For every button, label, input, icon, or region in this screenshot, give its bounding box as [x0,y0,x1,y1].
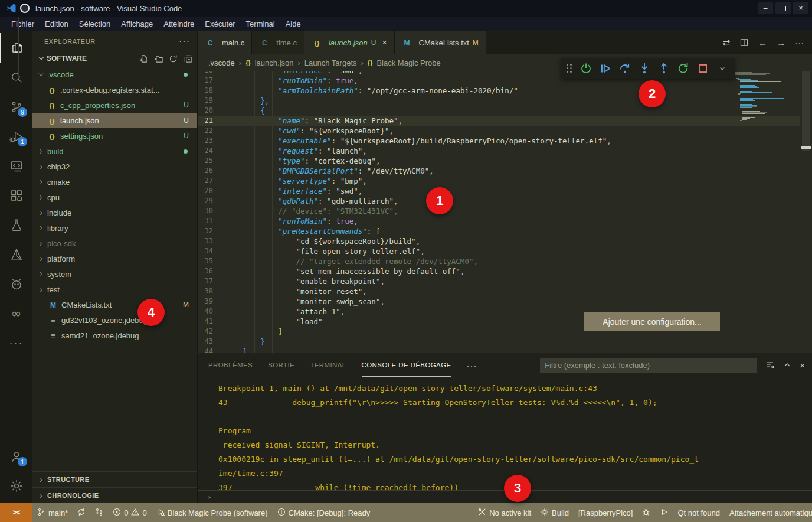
code-line-20[interactable]: 20 { [198,106,800,116]
code-line-44[interactable]: 44 ] [198,347,800,353]
activity-cmake[interactable] [0,240,32,269]
menu-aide[interactable]: Aide [280,19,306,28]
tree-item-chip32[interactable]: chip32 [32,159,197,174]
code-line-18[interactable]: 18 "armToolchainPath": "/opt/gcc-arm-non… [198,86,800,96]
open-changes-icon[interactable]: ⇄ [722,37,730,48]
remote-indicator[interactable]: >< [0,503,32,522]
activity-extensions[interactable] [0,181,32,210]
new-file-icon[interactable] [139,54,148,63]
status-item-branch[interactable]: main* [32,503,73,522]
code-line-24[interactable]: 24 "request": "launch", [198,146,800,156]
status-item-play[interactable] [655,503,673,522]
status-item-attachement-automatique[interactable]: Attachement automatique [725,503,812,522]
section-structure[interactable]: STRUCTURE [32,471,197,487]
go-forward-icon[interactable]: → [777,38,785,48]
status-item-bug[interactable] [637,503,655,522]
status-item-compare[interactable] [90,503,108,522]
code-line-38[interactable]: 38 "monitor reset", [198,286,800,296]
activity-search[interactable] [0,63,32,92]
add-configuration-button[interactable]: Ajouter une configuration... [584,312,720,331]
code-line-29[interactable]: 29 "gdbPath": "gdb-multiarch", [198,196,800,206]
status-item-gear[interactable]: Build [536,503,574,522]
tree-item-cmakelists-txt[interactable]: MCMakeLists.txtM [32,297,197,312]
maximize-button[interactable] [775,2,791,14]
code-line-32[interactable]: 32 "preRestartCommands": [ [198,226,800,236]
menu-fichier[interactable]: Fichier [6,19,40,28]
code-line-34[interactable]: 34 "file open-story-teller.elf", [198,246,800,256]
status-item-raspberrypico[interactable]: [RaspberryPico] [574,503,637,522]
step-out-button[interactable] [656,61,672,76]
breadcrumb-item[interactable]: launch.json [255,58,294,67]
code-line-31[interactable]: 31 "runToMain": true, [198,216,800,226]
activity-settings[interactable] [0,471,32,501]
tab-cmakelists-txt[interactable]: MCMakeLists.txtM [395,31,486,54]
tab-main-c[interactable]: Cmain.c [198,31,252,54]
menu-affichage[interactable]: Affichage [116,19,158,28]
section-chronologie[interactable]: CHRONOLOGIE [32,487,197,503]
debug-session-dropdown-icon[interactable] [715,61,730,76]
menu-terminal[interactable]: Terminal [241,19,280,28]
code-line-28[interactable]: 28 "interface": "swd", [198,186,800,196]
code-line-43[interactable]: 43 } [198,337,800,347]
status-item-problems[interactable]: 00 [108,503,151,522]
activity-source-control[interactable]: 9 [0,92,32,122]
more-actions-icon[interactable]: ··· [179,36,190,47]
tree-item-include[interactable]: include [32,205,197,220]
close-button[interactable]: × [793,2,808,14]
workspace-section-header[interactable]: SOFTWARE [32,51,197,66]
tree-item-platform[interactable]: platform [32,251,197,266]
status-item-tools[interactable]: No active kit [473,503,536,522]
tree-item-cmake[interactable]: cmake [32,174,197,190]
code-line-23[interactable]: 23 "executable": "${workspaceRoot}/build… [198,136,800,146]
panel-tab-sortie[interactable]: SORTIE [268,353,294,377]
go-back-icon[interactable]: ← [758,38,767,48]
stop-button[interactable] [695,61,711,76]
drag-handle[interactable] [566,64,573,73]
activity-run-debug[interactable]: 1 [0,122,32,151]
tree-item-settings-json[interactable]: {}settings.jsonU [32,128,197,143]
tree-item-cortex-debug-registers-stat[interactable]: {}.cortex-debug.registers.stat... [32,82,197,97]
more-actions-icon[interactable]: ··· [795,38,804,48]
status-item-qt-not-found[interactable]: Qt not found [673,503,725,522]
tree-item-test[interactable]: test [32,282,197,297]
tree-item-library[interactable]: library [32,220,197,236]
panel-tab-console-de-d-bogage[interactable]: CONSOLE DE DÉBOGAGE [362,353,451,377]
scrollbar-thumb[interactable] [802,71,810,151]
code-line-22[interactable]: 22 "cwd": "${workspaceRoot}", [198,126,800,136]
step-over-button[interactable] [617,61,633,76]
code-line-39[interactable]: 39 "monitor swdp_scan", [198,296,800,306]
continue-button[interactable] [598,61,613,76]
tree-item-cpu[interactable]: cpu [32,190,197,205]
tree-item-pico-sdk[interactable]: pico-sdk [32,236,197,251]
clear-console-icon[interactable] [765,360,775,370]
code-line-35[interactable]: 35 // "target extended-remote /dev/ttyAC… [198,256,800,266]
activity-explorer[interactable] [0,33,32,63]
tab-launch-json[interactable]: {}launch.jsonU× [304,31,395,54]
breadcrumb-item[interactable]: Launch Targets [304,58,357,67]
menu-atteindre[interactable]: Atteindre [158,19,199,28]
restart-button[interactable] [676,61,691,76]
split-editor-icon[interactable] [739,38,749,47]
minimize-button[interactable]: – [758,2,773,14]
vertical-scrollbar[interactable] [800,71,812,353]
tree-item-vscode[interactable]: .vscode [32,67,197,82]
tree-item-launch-json[interactable]: {}launch.jsonU [32,113,197,128]
activity-more[interactable]: ··· [0,328,32,358]
menu-ex-cuter[interactable]: Exécuter [199,19,240,28]
panel-tab-probl-mes[interactable]: PROBLÈMES [208,353,253,377]
more-panel-tabs-icon[interactable]: ··· [467,360,477,370]
tab-time-c[interactable]: Ctime.c [252,31,304,54]
panel-tab-terminal[interactable]: TERMINAL [310,353,346,377]
code-line-30[interactable]: 30 // "device": "STM32L431VC", [198,206,800,216]
code-line-37[interactable]: 37 "enable breakpoint", [198,276,800,286]
status-item-debug[interactable]: Black Magic Probe (software) [152,503,273,522]
tree-item-c-cpp-properties-json[interactable]: {}c_cpp_properties.jsonU [32,97,197,113]
power-button[interactable] [578,61,594,76]
code-line-33[interactable]: 33 "cd ${workspaceRoot}/build", [198,236,800,246]
code-line-19[interactable]: 19 }, [198,96,800,106]
close-panel-icon[interactable]: × [800,360,805,370]
menu-s-lection[interactable]: Sélection [74,19,116,28]
tree-item-samd21-ozone-jdebug[interactable]: ≡samd21_ozone.jdebug [32,328,197,343]
activity-testing[interactable] [0,210,32,240]
refresh-icon[interactable] [169,54,178,63]
